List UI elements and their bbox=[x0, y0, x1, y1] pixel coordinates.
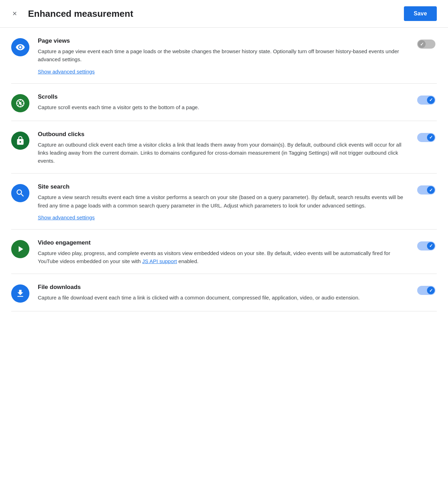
outbound-clicks-toggle-track[interactable]: ✓ bbox=[417, 133, 435, 142]
file-downloads-toggle-wrap[interactable]: ✓ bbox=[417, 285, 437, 296]
page-views-body: Page views Capture a page view event eac… bbox=[38, 37, 409, 75]
lock-icon bbox=[15, 136, 25, 146]
page-views-toggle-thumb: ✓ bbox=[418, 40, 426, 48]
search-icon bbox=[15, 188, 25, 198]
page-views-toggle-wrap[interactable]: ✓ bbox=[417, 39, 437, 49]
page-views-title: Page views bbox=[38, 37, 409, 44]
page-title: Enhanced measurement bbox=[28, 8, 133, 19]
svg-point-0 bbox=[19, 102, 22, 104]
page-views-advanced-link[interactable]: Show advanced settings bbox=[38, 69, 95, 75]
video-engagement-toggle-wrap[interactable]: ✓ bbox=[417, 241, 437, 251]
file-downloads-desc: Capture a file download event each time … bbox=[38, 294, 409, 302]
video-engagement-toggle[interactable]: ✓ bbox=[417, 241, 437, 251]
file-downloads-toggle-track[interactable]: ✓ bbox=[417, 286, 435, 295]
scrolls-check-icon: ✓ bbox=[429, 97, 433, 103]
outbound-clicks-body: Outbound clicks Capture an outbound clic… bbox=[38, 131, 409, 165]
file-downloads-body: File downloads Capture a file download e… bbox=[38, 284, 409, 302]
scroll-icon bbox=[15, 98, 25, 108]
video-engagement-icon-container bbox=[11, 240, 29, 258]
setting-row-video-engagement: Video engagement Capture video play, pro… bbox=[11, 230, 437, 274]
play-icon bbox=[15, 244, 25, 254]
page-views-check-icon: ✓ bbox=[420, 42, 424, 47]
page-views-desc: Capture a page view event each time a pa… bbox=[38, 47, 409, 64]
header: × Enhanced measurement Save bbox=[0, 0, 448, 28]
close-button[interactable]: × bbox=[8, 7, 21, 20]
scrolls-toggle-thumb: ✓ bbox=[427, 96, 435, 104]
scrolls-toggle[interactable]: ✓ bbox=[417, 95, 437, 105]
scrolls-title: Scrolls bbox=[38, 93, 409, 100]
setting-row-file-downloads: File downloads Capture a file download e… bbox=[11, 274, 437, 311]
page-views-icon-container bbox=[11, 38, 29, 56]
site-search-body: Site search Capture a view search result… bbox=[38, 183, 409, 221]
settings-content: Page views Capture a page view event eac… bbox=[0, 28, 448, 311]
save-button[interactable]: Save bbox=[404, 6, 437, 21]
scrolls-icon-container bbox=[11, 94, 29, 112]
close-icon: × bbox=[13, 9, 17, 18]
video-engagement-toggle-track[interactable]: ✓ bbox=[417, 241, 435, 250]
setting-row-site-search: Site search Capture a view search result… bbox=[11, 174, 437, 230]
scrolls-toggle-track[interactable]: ✓ bbox=[417, 96, 435, 105]
site-search-toggle-thumb: ✓ bbox=[427, 186, 435, 194]
outbound-clicks-check-icon: ✓ bbox=[429, 135, 433, 140]
file-downloads-check-icon: ✓ bbox=[429, 288, 433, 293]
setting-row-scrolls: Scrolls Capture scroll events each time … bbox=[11, 84, 437, 121]
outbound-clicks-desc: Capture an outbound click event each tim… bbox=[38, 141, 409, 165]
scrolls-toggle-wrap[interactable]: ✓ bbox=[417, 95, 437, 105]
site-search-icon-container bbox=[11, 184, 29, 202]
video-engagement-title: Video engagement bbox=[38, 239, 409, 246]
file-downloads-toggle[interactable]: ✓ bbox=[417, 285, 437, 296]
outbound-clicks-toggle[interactable]: ✓ bbox=[417, 132, 437, 143]
download-icon bbox=[15, 289, 25, 298]
site-search-toggle-wrap[interactable]: ✓ bbox=[417, 185, 437, 195]
outbound-clicks-title: Outbound clicks bbox=[38, 131, 409, 138]
header-left: × Enhanced measurement bbox=[8, 7, 133, 20]
site-search-toggle-track[interactable]: ✓ bbox=[417, 185, 435, 195]
file-downloads-title: File downloads bbox=[38, 284, 409, 291]
video-engagement-check-icon: ✓ bbox=[429, 243, 433, 248]
video-engagement-desc: Capture video play, progress, and comple… bbox=[38, 249, 409, 266]
page-views-toggle-track[interactable]: ✓ bbox=[417, 40, 435, 49]
scrolls-desc: Capture scroll events each time a visito… bbox=[38, 103, 409, 111]
outbound-clicks-toggle-wrap[interactable]: ✓ bbox=[417, 132, 437, 143]
site-search-advanced-link[interactable]: Show advanced settings bbox=[38, 214, 95, 220]
outbound-clicks-toggle-thumb: ✓ bbox=[427, 134, 435, 141]
js-api-support-link[interactable]: JS API support bbox=[142, 258, 177, 264]
outbound-clicks-icon-container bbox=[11, 132, 29, 150]
page-views-toggle[interactable]: ✓ bbox=[417, 39, 437, 49]
site-search-check-icon: ✓ bbox=[429, 188, 433, 193]
eye-icon bbox=[15, 42, 25, 52]
file-downloads-icon-container bbox=[11, 284, 29, 303]
setting-row-outbound-clicks: Outbound clicks Capture an outbound clic… bbox=[11, 121, 437, 174]
file-downloads-toggle-thumb: ✓ bbox=[427, 287, 435, 294]
video-engagement-toggle-thumb: ✓ bbox=[427, 242, 435, 250]
setting-row-page-views: Page views Capture a page view event eac… bbox=[11, 28, 437, 84]
scrolls-body: Scrolls Capture scroll events each time … bbox=[38, 93, 409, 111]
site-search-title: Site search bbox=[38, 183, 409, 190]
site-search-desc: Capture a view search results event each… bbox=[38, 193, 409, 210]
site-search-toggle[interactable]: ✓ bbox=[417, 185, 437, 195]
video-engagement-body: Video engagement Capture video play, pro… bbox=[38, 239, 409, 266]
